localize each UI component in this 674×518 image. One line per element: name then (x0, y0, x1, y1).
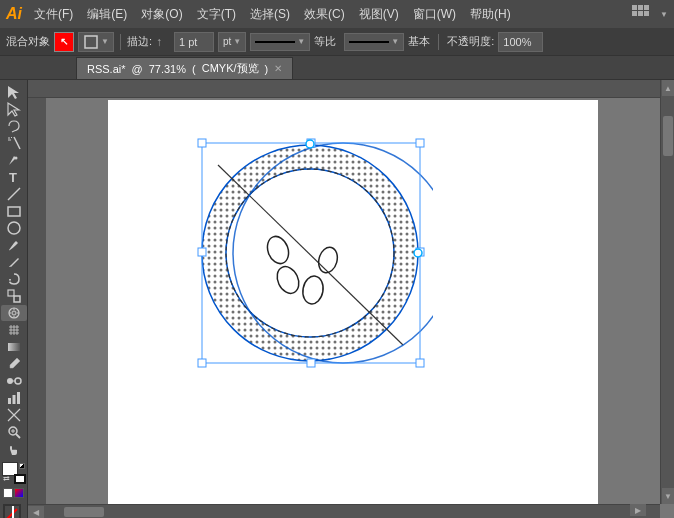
hscroll-thumb[interactable] (64, 507, 104, 517)
svg-line-30 (16, 434, 20, 438)
none-fill-button[interactable] (3, 488, 13, 498)
stroke-dash-selector[interactable]: ▼ (344, 33, 404, 51)
canvas-area[interactable]: /* ruler marks */ (28, 80, 674, 518)
svg-rect-33 (28, 80, 660, 98)
svg-rect-50 (198, 139, 206, 147)
warp-tool-button[interactable] (1, 305, 27, 321)
toolbar: T (0, 80, 28, 518)
slice-tool-button[interactable] (1, 407, 27, 423)
optionsbar: 混合对象 ↖ ▼ 描边: ↑ 1 pt pt ▼ ▼ 等比 ▼ 基本 不透明度:… (0, 28, 674, 56)
magic-wand-tool-button[interactable] (1, 135, 27, 151)
stroke-indicator[interactable] (3, 504, 25, 518)
menu-file[interactable]: 文件(F) (28, 4, 79, 25)
tab-paren: ) (265, 63, 269, 75)
scale-tool-button[interactable] (1, 288, 27, 304)
document-tab[interactable]: RSS.ai* @ 77.31% ( CMYK/预览 ) ✕ (76, 57, 293, 79)
svg-rect-0 (85, 36, 97, 48)
stroke-unit-caret: ▼ (233, 37, 241, 46)
rotate-tool-button[interactable] (1, 271, 27, 287)
blend-tool-button[interactable] (1, 373, 27, 389)
svg-rect-22 (8, 343, 20, 351)
stroke-style-dropdown[interactable]: ▼ (78, 32, 114, 52)
workspace-switcher-caret: ▼ (660, 10, 668, 19)
opacity-label: 不透明度: (447, 34, 494, 49)
svg-rect-15 (14, 296, 20, 302)
vertical-ruler (28, 98, 46, 504)
menu-edit[interactable]: 编辑(E) (81, 4, 133, 25)
menu-type[interactable]: 文字(T) (191, 4, 242, 25)
stroke-dash-caret: ▼ (391, 37, 399, 46)
paintbrush-tool-button[interactable] (1, 237, 27, 253)
stroke-base-label: 基本 (408, 34, 430, 49)
menubar: 文件(F) 编辑(E) 对象(O) 文字(T) 选择(S) 效果(C) 视图(V… (28, 4, 632, 25)
chart-tool-button[interactable] (1, 390, 27, 406)
type-tool-button[interactable]: T (1, 169, 27, 185)
stroke-width-input[interactable]: 1 pt (174, 32, 214, 52)
hand-tool-button[interactable] (1, 441, 27, 457)
main-area: T (0, 80, 674, 518)
opacity-input[interactable]: 100% (498, 32, 543, 52)
svg-rect-53 (198, 248, 206, 256)
lasso-tool-button[interactable] (1, 118, 27, 134)
stroke-ratio-label: 等比 (314, 34, 336, 49)
horizontal-ruler: /* ruler marks */ (28, 80, 660, 98)
stroke-style-caret: ▼ (101, 37, 109, 46)
tab-colormode-val: CMYK/预览 (202, 61, 259, 76)
menu-select[interactable]: 选择(S) (244, 4, 296, 25)
menu-effect[interactable]: 效果(C) (298, 4, 351, 25)
fill-swatch[interactable]: ↖ (54, 32, 74, 52)
workspace-switcher-icon[interactable] (632, 5, 656, 23)
tab-close-button[interactable]: ✕ (274, 63, 282, 74)
vertical-scrollbar[interactable]: ▲ ▼ (660, 80, 674, 504)
svg-marker-13 (9, 279, 11, 282)
swap-colors-icon[interactable]: ⇄ (3, 474, 10, 483)
mesh-tool-button[interactable] (1, 322, 27, 338)
fill-stroke-swatches[interactable]: ⇄ (2, 462, 26, 484)
menu-view[interactable]: 视图(V) (353, 4, 405, 25)
stroke-style-selector[interactable]: ▼ (250, 33, 310, 51)
pencil-tool-button[interactable] (1, 254, 27, 270)
direct-selection-tool-button[interactable] (1, 101, 27, 117)
zoom-tool-button[interactable] (1, 424, 27, 440)
artwork-svg (188, 135, 433, 375)
vscroll-thumb[interactable] (663, 116, 673, 156)
horizontal-scrollbar[interactable]: ◀ ▶ (28, 504, 660, 518)
selection-tool-button[interactable] (1, 84, 27, 100)
svg-point-17 (12, 311, 16, 315)
tab-filename: RSS.ai* (87, 63, 126, 75)
tab-colormode: ( (192, 63, 196, 75)
stroke-color-box[interactable] (14, 474, 26, 484)
svg-text:↑: ↑ (156, 35, 162, 49)
pen-tool-button[interactable] (1, 152, 27, 168)
stroke-line-caret: ▼ (297, 37, 305, 46)
ellipse-tool-button[interactable] (1, 220, 27, 236)
menu-help[interactable]: 帮助(H) (464, 4, 517, 25)
sep1 (120, 34, 121, 50)
svg-point-12 (8, 222, 20, 234)
tab-zoom: 77.31% (149, 63, 186, 75)
document-canvas (108, 100, 598, 518)
svg-rect-28 (17, 392, 20, 404)
gradient-tool-button[interactable] (1, 339, 27, 355)
stroke-unit-dropdown[interactable]: pt ▼ (218, 32, 246, 52)
stroke-unit-label: pt (223, 36, 231, 47)
sep2 (438, 34, 439, 50)
gradient-fill-button[interactable] (14, 488, 24, 498)
svg-point-58 (306, 140, 314, 148)
svg-rect-34 (28, 98, 46, 504)
svg-rect-52 (416, 139, 424, 147)
default-colors-icon[interactable] (19, 463, 25, 469)
color-mode-buttons (2, 486, 26, 500)
menu-object[interactable]: 对象(O) (135, 4, 188, 25)
menu-window[interactable]: 窗口(W) (407, 4, 462, 25)
svg-point-8 (14, 157, 17, 160)
svg-point-23 (7, 378, 13, 384)
svg-line-10 (8, 188, 20, 200)
line-tool-button[interactable] (1, 186, 27, 202)
svg-rect-56 (307, 359, 315, 367)
eyedropper-tool-button[interactable] (1, 356, 27, 372)
app-logo: Ai (6, 5, 22, 23)
up-arrow-icon: ↑ (156, 35, 170, 49)
titlebar: Ai 文件(F) 编辑(E) 对象(O) 文字(T) 选择(S) 效果(C) 视… (0, 0, 674, 28)
rect-tool-button[interactable] (1, 203, 27, 219)
